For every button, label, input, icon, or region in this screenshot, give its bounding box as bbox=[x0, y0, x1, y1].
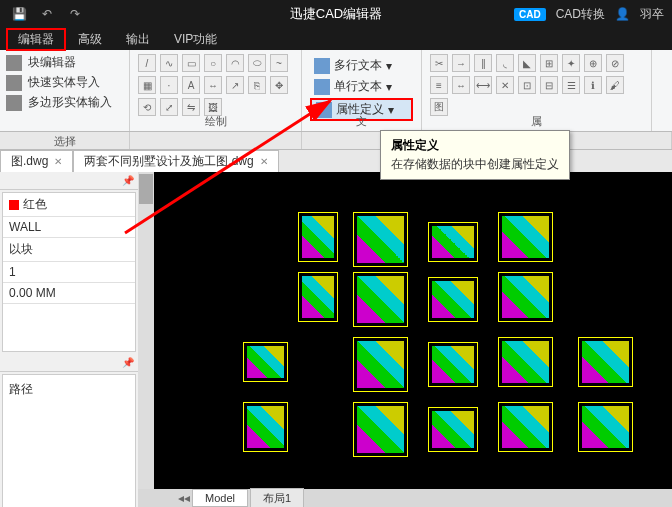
prop-tool[interactable]: ℹ bbox=[584, 76, 602, 94]
cad-convert-link[interactable]: CAD转换 bbox=[556, 6, 605, 23]
import-icon bbox=[6, 75, 22, 91]
close-tab-icon[interactable]: ✕ bbox=[54, 156, 62, 167]
ungroup-tool[interactable]: ⊟ bbox=[540, 76, 558, 94]
stext-icon bbox=[314, 79, 330, 95]
redo-icon[interactable]: ↷ bbox=[64, 5, 86, 23]
match-tool[interactable]: 🖌 bbox=[606, 76, 624, 94]
group-tool[interactable]: ⊡ bbox=[518, 76, 536, 94]
prop-layer[interactable]: WALL bbox=[3, 217, 135, 238]
prop-scale[interactable]: 1 bbox=[3, 262, 135, 283]
array-tool[interactable]: ⊞ bbox=[540, 54, 558, 72]
join-tool[interactable]: ⊕ bbox=[584, 54, 602, 72]
text-tool[interactable]: A bbox=[182, 76, 200, 94]
point-tool[interactable]: · bbox=[160, 76, 178, 94]
vertical-scrollbar[interactable] bbox=[138, 172, 154, 507]
menubar: 编辑器 高级 输出 VIP功能 bbox=[0, 28, 672, 50]
tab-nav-prev[interactable]: ◂◂ bbox=[178, 491, 190, 505]
layer-tool[interactable]: ☰ bbox=[562, 76, 580, 94]
rotate-tool[interactable]: ⟲ bbox=[138, 98, 156, 116]
titlebar: 💾 ↶ ↷ 迅捷CAD编辑器 CAD CAD转换 👤 羽卒 bbox=[0, 0, 672, 28]
image2-tool[interactable]: 图 bbox=[430, 98, 448, 116]
align-tool[interactable]: ≡ bbox=[430, 76, 448, 94]
layout1-tab[interactable]: 布局1 bbox=[250, 488, 304, 508]
erase-tool[interactable]: ✕ bbox=[496, 76, 514, 94]
explode-tool[interactable]: ✦ bbox=[562, 54, 580, 72]
menu-output[interactable]: 输出 bbox=[114, 28, 162, 51]
file-tabs: 图.dwg✕ 两套不同别墅设计及施工图.dwg✕ bbox=[0, 150, 672, 172]
stext-button[interactable]: 单行文本 ▾ bbox=[310, 77, 413, 96]
circle-tool[interactable]: ○ bbox=[204, 54, 222, 72]
save-icon[interactable]: 💾 bbox=[8, 5, 30, 23]
polygon-input-button[interactable]: 多边形实体输入 bbox=[6, 94, 123, 111]
arc-tool[interactable]: ◠ bbox=[226, 54, 244, 72]
modify-section-label: 属 bbox=[531, 114, 542, 129]
lengthen-tool[interactable]: ⟷ bbox=[474, 76, 492, 94]
model-tab[interactable]: Model bbox=[192, 489, 248, 507]
properties-panel: 📌 红色 WALL 以块 1 0.00 MM 📌 路径 bbox=[0, 172, 138, 507]
prop-unit[interactable]: 以块 bbox=[3, 238, 135, 262]
pin-icon[interactable]: 📌 bbox=[122, 357, 134, 368]
chamfer-tool[interactable]: ◣ bbox=[518, 54, 536, 72]
dim-tool[interactable]: ↔ bbox=[204, 76, 222, 94]
ellipse-tool[interactable]: ⬭ bbox=[248, 54, 266, 72]
prop-color[interactable]: 红色 bbox=[3, 193, 135, 217]
rect-tool[interactable]: ▭ bbox=[182, 54, 200, 72]
menu-editor[interactable]: 编辑器 bbox=[6, 28, 66, 51]
file-tab-2[interactable]: 两套不同别墅设计及施工图.dwg✕ bbox=[73, 150, 278, 172]
spline-tool[interactable]: ~ bbox=[270, 54, 288, 72]
menu-vip[interactable]: VIP功能 bbox=[162, 28, 229, 51]
pin-icon[interactable]: 📌 bbox=[122, 175, 134, 186]
properties-list: 红色 WALL 以块 1 0.00 MM bbox=[2, 192, 136, 352]
draw-section-label: 绘制 bbox=[205, 114, 227, 129]
stretch-tool[interactable]: ↔ bbox=[452, 76, 470, 94]
scale-tool[interactable]: ⤢ bbox=[160, 98, 178, 116]
cad-badge: CAD bbox=[514, 8, 546, 21]
copy-tool[interactable]: ⎘ bbox=[248, 76, 266, 94]
hatch-tool[interactable]: ▦ bbox=[138, 76, 156, 94]
block-editor-button[interactable]: 块编辑器 bbox=[6, 54, 123, 71]
prop-size[interactable]: 0.00 MM bbox=[3, 283, 135, 304]
line-tool[interactable]: / bbox=[138, 54, 156, 72]
quick-import-button[interactable]: 快速实体导入 bbox=[6, 74, 123, 91]
menu-advanced[interactable]: 高级 bbox=[66, 28, 114, 51]
path-label: 路径 bbox=[9, 381, 129, 398]
offset-tool[interactable]: ‖ bbox=[474, 54, 492, 72]
ribbon: 块编辑器 快速实体导入 多边形实体输入 / ∿ ▭ ○ ◠ ⬭ ~ ▦ · A … bbox=[0, 50, 672, 132]
polyline-tool[interactable]: ∿ bbox=[160, 54, 178, 72]
break-tool[interactable]: ⊘ bbox=[606, 54, 624, 72]
text-section-label: 文 bbox=[356, 114, 367, 129]
layout-tabs: ◂◂ Model 布局1 bbox=[138, 489, 672, 507]
mtext-icon bbox=[314, 58, 330, 74]
polygon-icon bbox=[6, 95, 22, 111]
close-tab-icon[interactable]: ✕ bbox=[260, 156, 268, 167]
extend-tool[interactable]: → bbox=[452, 54, 470, 72]
move-tool[interactable]: ✥ bbox=[270, 76, 288, 94]
file-tab-1[interactable]: 图.dwg✕ bbox=[0, 150, 73, 172]
leader-tool[interactable]: ↗ bbox=[226, 76, 244, 94]
user-icon[interactable]: 👤 bbox=[615, 7, 630, 21]
modify-tools: ✂ → ‖ ◟ ◣ ⊞ ✦ ⊕ ⊘ ≡ ↔ ⟷ ✕ ⊡ ⊟ ☰ ℹ 🖌 图 bbox=[430, 54, 640, 116]
user-name: 羽卒 bbox=[640, 6, 664, 23]
undo-icon[interactable]: ↶ bbox=[36, 5, 58, 23]
trim-tool[interactable]: ✂ bbox=[430, 54, 448, 72]
tooltip-desc: 在存储数据的块中创建属性定义 bbox=[391, 156, 559, 173]
path-panel: 路径 bbox=[2, 374, 136, 507]
app-title: 迅捷CAD编辑器 bbox=[290, 5, 382, 23]
drawing-canvas[interactable] bbox=[138, 172, 672, 507]
attrdef-icon bbox=[316, 102, 332, 118]
tooltip-title: 属性定义 bbox=[391, 137, 559, 154]
select-label: 选择 bbox=[0, 132, 130, 149]
mirror-tool[interactable]: ⇋ bbox=[182, 98, 200, 116]
mtext-button[interactable]: 多行文本 ▾ bbox=[310, 56, 413, 75]
block-icon bbox=[6, 55, 22, 71]
color-swatch bbox=[9, 200, 19, 210]
draw-tools: / ∿ ▭ ○ ◠ ⬭ ~ ▦ · A ↔ ↗ ⎘ ✥ ⟲ ⤢ ⇋ 🖼 bbox=[138, 54, 288, 116]
fillet-tool[interactable]: ◟ bbox=[496, 54, 514, 72]
tooltip: 属性定义 在存储数据的块中创建属性定义 bbox=[380, 130, 570, 180]
